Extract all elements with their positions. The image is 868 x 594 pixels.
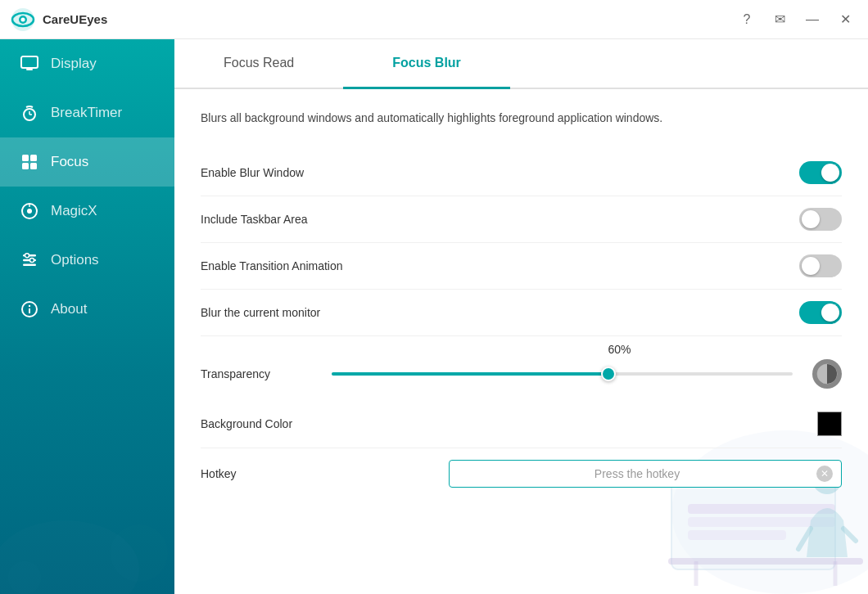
- enable-blur-window-toggle[interactable]: [799, 161, 842, 184]
- svg-rect-12: [22, 163, 29, 169]
- logo-icon: [10, 7, 36, 33]
- setting-row-background-color: Background Color: [201, 400, 842, 448]
- about-icon: [20, 299, 39, 319]
- magicx-icon: [20, 201, 39, 221]
- description: Blurs all background windows and automat…: [201, 109, 757, 127]
- tab-focus-read[interactable]: Focus Read: [174, 39, 343, 89]
- transparency-container: 60% Transparency: [201, 336, 842, 400]
- minimize-button[interactable]: —: [799, 7, 825, 33]
- window-controls: ? ✉ — ✕: [734, 7, 858, 33]
- svg-rect-4: [21, 56, 38, 68]
- sidebar-label-focus: Focus: [51, 154, 88, 170]
- transparency-label: Transparency: [201, 367, 332, 380]
- sidebar-label-display: Display: [51, 56, 97, 72]
- svg-line-34: [798, 529, 811, 549]
- sidebar-label-magicx: MagicX: [51, 203, 97, 219]
- sidebar-item-display[interactable]: Display: [0, 39, 174, 88]
- svg-rect-30: [688, 517, 835, 527]
- svg-point-20: [25, 254, 29, 258]
- enable-blur-window-label: Enable Blur Window: [201, 166, 799, 179]
- mail-button[interactable]: ✉: [766, 7, 793, 33]
- toggle-knob: [821, 304, 839, 322]
- include-taskbar-control: [799, 208, 842, 231]
- transparency-icon: [812, 359, 842, 389]
- svg-point-27: [111, 524, 168, 582]
- transparency-slider-area: [332, 359, 842, 389]
- hotkey-control: Press the hotkey ✕: [449, 460, 842, 488]
- svg-point-24: [29, 305, 30, 307]
- svg-rect-13: [30, 163, 37, 169]
- svg-rect-19: [23, 264, 36, 267]
- help-button[interactable]: ?: [734, 7, 760, 33]
- sidebar-item-breaktimer[interactable]: BreakTimer: [0, 88, 174, 137]
- hotkey-label: Hotkey: [201, 467, 449, 480]
- display-icon: [20, 54, 39, 74]
- svg-line-35: [843, 529, 856, 541]
- sidebar-label-breaktimer: BreakTimer: [51, 105, 122, 121]
- sidebar-label-about: About: [51, 301, 87, 317]
- setting-row-hotkey: Hotkey Press the hotkey ✕: [201, 448, 842, 499]
- breaktimer-icon: [20, 103, 39, 123]
- settings-content: Blurs all background windows and automat…: [174, 89, 868, 594]
- setting-row-blur-monitor: Blur the current monitor: [201, 290, 842, 336]
- svg-rect-31: [688, 530, 786, 540]
- blur-monitor-label: Blur the current monitor: [201, 306, 799, 319]
- close-button[interactable]: ✕: [832, 7, 858, 33]
- sidebar: Display BreakTimer: [0, 39, 174, 594]
- hotkey-placeholder: Press the hotkey: [463, 467, 811, 480]
- svg-point-15: [27, 209, 32, 214]
- svg-point-21: [30, 259, 34, 263]
- sidebar-item-focus[interactable]: Focus: [0, 137, 174, 187]
- sidebar-decoration: [0, 463, 174, 594]
- blur-monitor-toggle[interactable]: [799, 301, 842, 324]
- hotkey-input-box[interactable]: Press the hotkey ✕: [449, 460, 842, 488]
- hotkey-clear-button[interactable]: ✕: [816, 466, 833, 482]
- transparency-row: Transparency: [201, 359, 842, 389]
- sidebar-item-options[interactable]: Options: [0, 236, 174, 285]
- setting-row-enable-blur-window: Enable Blur Window: [201, 150, 842, 196]
- transition-animation-label: Enable Transition Animation: [201, 259, 799, 272]
- toggle-knob: [802, 257, 820, 275]
- tab-bar: Focus Read Focus Blur: [174, 39, 868, 89]
- main-layout: Display BreakTimer: [0, 39, 868, 594]
- sidebar-item-magicx[interactable]: MagicX: [0, 187, 174, 236]
- background-color-control: [817, 412, 842, 436]
- transparency-slider-track[interactable]: [332, 372, 793, 376]
- transparency-slider-thumb[interactable]: [601, 367, 616, 381]
- setting-row-transition-animation: Enable Transition Animation: [201, 243, 842, 290]
- app-logo: CareUEyes: [10, 7, 107, 33]
- svg-rect-29: [688, 504, 835, 514]
- include-taskbar-toggle[interactable]: [799, 208, 842, 231]
- background-color-swatch[interactable]: [817, 412, 842, 436]
- include-taskbar-label: Include Taskbar Area: [201, 213, 799, 226]
- toggle-knob: [821, 164, 839, 182]
- svg-point-26: [8, 561, 41, 594]
- svg-rect-11: [30, 155, 37, 161]
- options-icon: [20, 250, 39, 270]
- svg-rect-10: [22, 155, 29, 161]
- sidebar-label-options: Options: [51, 252, 99, 268]
- background-color-label: Background Color: [201, 417, 817, 430]
- transition-animation-control: [799, 254, 842, 277]
- setting-row-include-taskbar: Include Taskbar Area: [201, 196, 842, 243]
- transition-animation-toggle[interactable]: [799, 254, 842, 277]
- enable-blur-window-control: [799, 161, 842, 184]
- title-bar: CareUEyes ? ✉ — ✕: [0, 0, 868, 39]
- app-title: CareUEyes: [43, 12, 107, 26]
- toggle-knob: [802, 210, 820, 228]
- content-area: Focus Read Focus Blur: [174, 39, 868, 594]
- svg-point-3: [21, 17, 25, 21]
- transparency-slider-fill: [332, 372, 608, 376]
- transparency-percent: 60%: [397, 343, 842, 356]
- blur-monitor-control: [799, 301, 842, 324]
- tab-focus-blur[interactable]: Focus Blur: [343, 39, 510, 89]
- focus-icon: [20, 152, 39, 172]
- sidebar-item-about[interactable]: About: [0, 285, 174, 334]
